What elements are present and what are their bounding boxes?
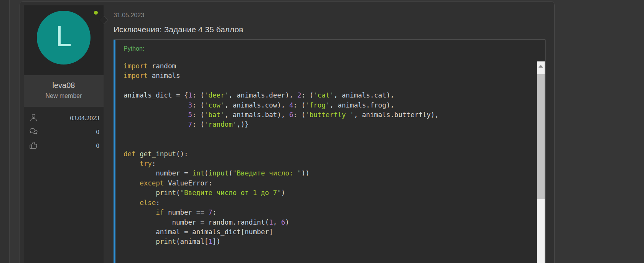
user-role: New member [24, 93, 104, 99]
stat-row-joined: 03.04.2023 [29, 114, 99, 123]
code-line: animal = animals_dict[number] [124, 227, 534, 237]
messages-count-value: 0 [96, 128, 100, 136]
user-panel: L leva08 New member 03.04.2023 [24, 5, 104, 263]
code-line: print("Введите число от 1 до 7") [124, 188, 534, 198]
code-line [124, 81, 534, 91]
avatar[interactable]: L [37, 11, 91, 65]
scrollbar-thumb[interactable] [537, 74, 545, 199]
post-title: Исключения: Задание 4 35 баллов [114, 25, 545, 34]
stat-row-likes: 0 [29, 141, 99, 151]
code-line [124, 130, 534, 139]
user-stats-section: 03.04.2023 0 0 [24, 107, 104, 263]
likes-icon [29, 141, 38, 152]
code-block: Python: import randomimport animals anim… [114, 40, 545, 263]
code-line: number = int(input("Введите число: ")) [124, 169, 534, 178]
code-line: try: [124, 159, 534, 169]
likes-count-value: 0 [96, 142, 100, 150]
code-line: if number == 7: [124, 208, 534, 217]
code-line: import random [124, 61, 534, 71]
code-scroll-area[interactable]: import randomimport animals animals_dict… [115, 58, 545, 263]
user-icon [29, 113, 38, 124]
code-lines: import randomimport animals animals_dict… [115, 58, 545, 247]
code-scrollbar[interactable] [537, 61, 545, 263]
code-line: def get_input(): [124, 149, 534, 159]
code-line: 5: ('bat', animals.bat), 6: ('butterfly … [124, 110, 534, 120]
username-link[interactable]: leva08 [24, 81, 104, 90]
message-arrow [99, 16, 108, 25]
code-language-label: Python: [115, 40, 545, 52]
scroll-up-button[interactable] [537, 61, 545, 71]
avatar-section: L [24, 5, 104, 75]
page-left-margin [0, 0, 10, 263]
code-line: except ValueError: [124, 179, 534, 188]
user-info-section: leva08 New member [24, 75, 104, 107]
arrow-up-icon [539, 65, 543, 68]
code-line: else: [124, 198, 534, 208]
code-line [124, 139, 534, 149]
avatar-letter: L [56, 22, 72, 54]
code-line: 7: ('random',)} [124, 120, 534, 129]
code-line: 3: ('cow', animals.cow), 4: ('frog', ani… [124, 101, 534, 110]
code-line: animals_dict = {1: ('deer', animals.deer… [124, 91, 534, 100]
messages-icon [29, 127, 38, 138]
join-date-value: 03.04.2023 [70, 114, 100, 122]
post-date-link[interactable]: 31.05.2023 [114, 12, 545, 19]
code-line: import animals [124, 71, 534, 81]
stat-row-messages: 0 [29, 127, 99, 137]
post-content: 31.05.2023 Исключения: Задание 4 35 балл… [114, 5, 545, 263]
code-line: print(animal[1]) [124, 237, 534, 246]
forum-post: L leva08 New member 03.04.2023 [20, 1, 555, 263]
code-line: number = random.randint(1, 6) [124, 218, 534, 227]
online-indicator [94, 11, 98, 15]
